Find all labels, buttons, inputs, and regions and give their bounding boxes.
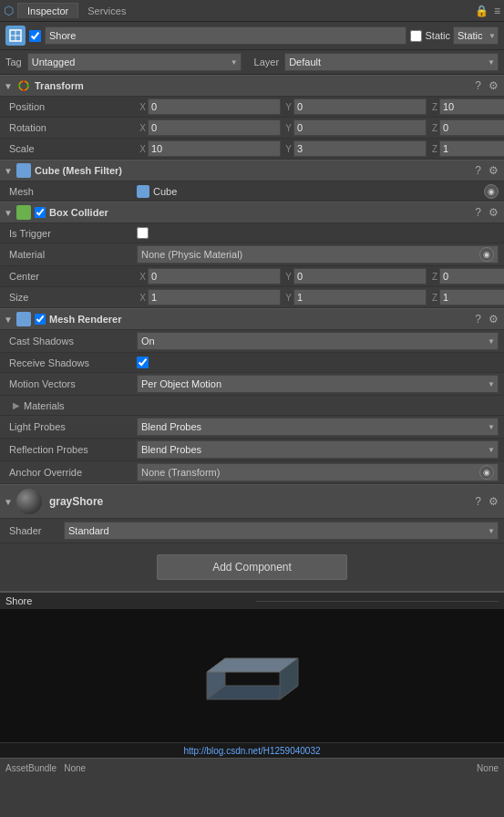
collider-material-select-btn[interactable]: ◉: [479, 247, 494, 262]
mesh-renderer-settings-btn[interactable]: ⚙: [487, 313, 500, 326]
tab-services[interactable]: Services: [78, 4, 135, 18]
scale-value: X Y Z: [137, 140, 504, 157]
reflection-probes-dropdown-wrap[interactable]: Blend Probes Off Simple: [137, 440, 499, 459]
mesh-filter-help-btn[interactable]: ?: [473, 164, 483, 177]
center-z-input[interactable]: [439, 268, 504, 284]
mesh-label: Mesh: [9, 186, 137, 197]
mesh-select-btn[interactable]: ◉: [484, 184, 499, 199]
mesh-renderer-checkbox[interactable]: [35, 314, 46, 325]
static-dropdown[interactable]: Static: [453, 26, 499, 45]
box-collider-settings-btn[interactable]: ⚙: [487, 206, 500, 219]
mesh-filter-settings-btn[interactable]: ⚙: [487, 164, 500, 177]
collider-material-value: None (Physic Material): [141, 249, 242, 260]
static-checkbox[interactable]: [410, 30, 422, 42]
receive-shadows-checkbox[interactable]: [137, 357, 149, 368]
pos-z-input[interactable]: [439, 98, 504, 115]
size-value: X Y Z: [137, 289, 504, 305]
pos-y-input[interactable]: [293, 98, 427, 115]
reflection-probes-row: Reflection Probes Blend Probes Off Simpl…: [0, 439, 504, 461]
transform-help-btn[interactable]: ?: [473, 79, 483, 92]
size-row: Size X Y Z: [0, 287, 504, 308]
cast-shadows-dropdown[interactable]: On Off Two Sided Shadows Only: [137, 332, 499, 350]
center-x-label: X: [137, 272, 146, 282]
box-collider-checkbox[interactable]: [35, 207, 46, 218]
cast-shadows-dropdown-wrap[interactable]: On Off Two Sided Shadows Only: [137, 332, 499, 350]
box-collider-section-header[interactable]: ▼ Box Collider ? ⚙: [0, 202, 504, 223]
scale-row: Scale X Y Z: [0, 139, 504, 160]
reflection-probes-dropdown[interactable]: Blend Probes Off Simple: [137, 440, 499, 459]
material-help-btn[interactable]: ?: [473, 495, 483, 508]
center-x-input[interactable]: [148, 268, 281, 284]
is-trigger-checkbox[interactable]: [137, 227, 149, 239]
scale-x-label: X: [137, 144, 146, 154]
transform-tools: ? ⚙: [473, 79, 500, 92]
size-x-input[interactable]: [148, 289, 281, 305]
motion-vectors-dropdown-wrap[interactable]: Per Object Motion Force No Motion Camera…: [137, 375, 499, 393]
light-probes-row: Light Probes Blend Probes Off Use Proxy …: [0, 416, 504, 439]
mesh-renderer-tools: ? ⚙: [473, 313, 500, 326]
box-collider-icon: [16, 205, 31, 220]
mesh-renderer-section-header[interactable]: ▼ Mesh Renderer ? ⚙: [0, 308, 504, 330]
material-settings-btn[interactable]: ⚙: [487, 495, 500, 508]
anchor-override-select-btn[interactable]: ◉: [479, 465, 494, 480]
motion-vectors-dropdown[interactable]: Per Object Motion Force No Motion Camera…: [137, 375, 499, 393]
is-trigger-value: [137, 227, 499, 239]
shader-label: Shader: [9, 525, 64, 536]
tab-inspector[interactable]: Inspector: [17, 3, 78, 18]
assetbundle-none2: None: [477, 763, 499, 773]
shader-dropdown[interactable]: Standard Unlit Diffuse: [64, 522, 499, 540]
light-probes-dropdown-wrap[interactable]: Blend Probes Off Use Proxy Volume Custom…: [137, 418, 499, 436]
materials-row[interactable]: ▶ Materials: [0, 396, 504, 416]
mesh-filter-icon: [16, 163, 31, 178]
more-icon[interactable]: ≡: [494, 5, 500, 17]
add-component-button[interactable]: Add Component: [157, 554, 347, 580]
size-y-input[interactable]: [293, 289, 427, 305]
mesh-filter-section-header[interactable]: ▼ Cube (Mesh Filter) ? ⚙: [0, 160, 504, 181]
object-name-input[interactable]: [45, 26, 406, 45]
shader-dropdown-wrap[interactable]: Standard Unlit Diffuse: [64, 522, 499, 540]
collider-material-label: Material: [9, 249, 137, 260]
preview-link[interactable]: http://blog.csdn.net/H1259040032: [183, 746, 320, 756]
tag-select-wrap[interactable]: Untagged: [27, 53, 242, 71]
center-z-label: Z: [428, 272, 437, 282]
scale-x-input[interactable]: [148, 140, 281, 157]
tag-select[interactable]: Untagged: [27, 53, 242, 71]
mesh-renderer-help-btn[interactable]: ?: [473, 313, 483, 326]
rotation-label: Rotation: [9, 122, 137, 133]
material-section-header[interactable]: ▼ grayShore ? ⚙: [0, 484, 504, 519]
layer-select-wrap[interactable]: Default: [284, 53, 499, 71]
transform-arrow: ▼: [4, 81, 13, 91]
motion-vectors-label: Motion Vectors: [9, 378, 137, 389]
center-label: Center: [9, 271, 137, 282]
mesh-icon: [137, 185, 149, 198]
transform-settings-btn[interactable]: ⚙: [487, 79, 500, 92]
lock-icon[interactable]: 🔒: [475, 5, 489, 17]
rot-z-input[interactable]: [439, 119, 504, 136]
rotation-row: Rotation X Y Z: [0, 118, 504, 139]
object-active-checkbox[interactable]: [29, 30, 41, 42]
layer-select[interactable]: Default: [284, 53, 499, 71]
static-dropdown-wrap[interactable]: Static: [453, 26, 499, 45]
material-arrow: ▼: [4, 497, 13, 507]
center-y-label: Y: [283, 272, 292, 282]
mesh-filter-title: Cube (Mesh Filter): [35, 165, 473, 176]
mesh-value: Cube: [153, 186, 480, 197]
scale-y-input[interactable]: [293, 140, 427, 157]
tag-label: Tag: [5, 57, 22, 67]
light-probes-dropdown[interactable]: Blend Probes Off Use Proxy Volume Custom…: [137, 418, 499, 436]
rot-x-input[interactable]: [148, 119, 281, 136]
transform-section-header[interactable]: ▼ Transform ? ⚙: [0, 75, 504, 97]
anchor-override-field: None (Transform) ◉: [137, 463, 499, 481]
assetbundle-value: None: [64, 763, 86, 773]
rot-x-label: X: [137, 123, 146, 133]
pos-x-input[interactable]: [148, 98, 281, 115]
scale-z-input[interactable]: [439, 140, 504, 157]
size-z-input[interactable]: [439, 289, 504, 305]
box-collider-tools: ? ⚙: [473, 206, 500, 219]
rot-y-input[interactable]: [293, 119, 427, 136]
center-y-input[interactable]: [293, 268, 427, 284]
position-value: X Y Z: [137, 98, 504, 115]
preview-link-bar: http://blog.csdn.net/H1259040032: [0, 742, 504, 758]
box-collider-help-btn[interactable]: ?: [473, 206, 483, 219]
mesh-renderer-icon: [16, 312, 31, 326]
